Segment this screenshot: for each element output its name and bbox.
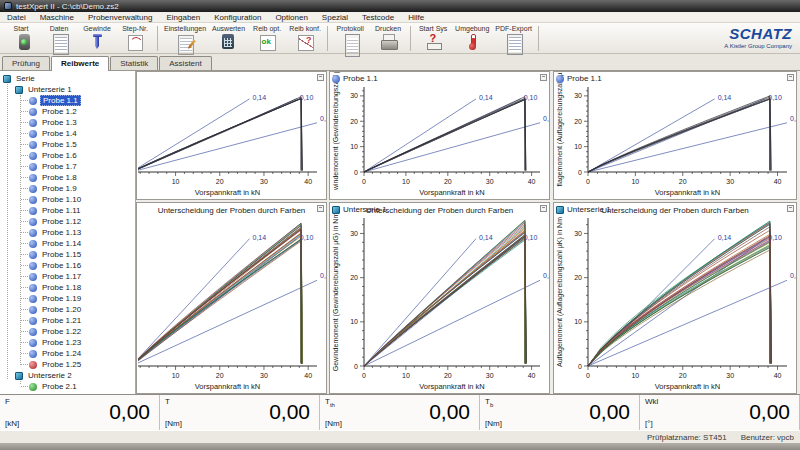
tree-item-probe-1-2[interactable]: Probe 1.2 xyxy=(0,106,135,117)
menu-item-probenverwaltung[interactable]: Probenverwaltung xyxy=(81,13,159,22)
y-tick-label: 30 xyxy=(350,92,358,99)
tree-item-probe-1-6[interactable]: Probe 1.6 xyxy=(0,150,135,161)
chart-header: Probe 1.1 xyxy=(556,74,602,83)
x-tick-label: 10 xyxy=(402,178,410,185)
tree-item-label: Probe 1.3 xyxy=(40,118,79,127)
tree-item-label: Probe 1.14 xyxy=(40,239,83,248)
y-axis-label: windemoment (Gewindereibungszahl µ xyxy=(332,72,340,191)
menu-bar: DateiMaschineProbenverwaltungEingabenKon… xyxy=(0,12,800,23)
toolbar-button-umgebung[interactable]: Umgebung xyxy=(452,24,492,53)
tree-item-serie[interactable]: Serie xyxy=(0,73,135,84)
tree-item-label: Probe 1.11 xyxy=(40,206,83,215)
tree-item-probe-1-9[interactable]: Probe 1.9 xyxy=(0,183,135,194)
toolbar-button-start-sys[interactable]: Start Sys xyxy=(414,24,452,53)
tree-item-probe-1-19[interactable]: Probe 1.19 xyxy=(0,293,135,304)
ref-label: 0,10 xyxy=(300,94,314,101)
menu-item-konfiguration[interactable]: Konfiguration xyxy=(207,13,268,22)
readout-unit: [Nm] xyxy=(325,419,342,428)
pdf-export-icon xyxy=(505,34,522,50)
panel-maximize-button[interactable] xyxy=(540,205,547,212)
tree-item-probe-1-16[interactable]: Probe 1.16 xyxy=(0,260,135,271)
ref-label: 0,14 xyxy=(479,234,493,241)
ref-label: 0,14 xyxy=(718,94,732,101)
toolbar-button-drucken[interactable]: Drucken xyxy=(369,24,407,53)
tree-item-probe-2-1[interactable]: Probe 2.1 xyxy=(0,381,135,392)
toolbar-button-protokoll[interactable]: Protokoll xyxy=(331,24,369,53)
tab-prüfung[interactable]: Prüfung xyxy=(2,56,50,70)
application-window: testXpert II - C:\cb\Demo.zs2 DateiMasch… xyxy=(0,0,800,450)
menu-item-testcode[interactable]: Testcode xyxy=(355,13,401,22)
tree-item-probe-1-11[interactable]: Probe 1.11 xyxy=(0,205,135,216)
tab-assistent[interactable]: Assistent xyxy=(159,56,211,70)
tree-item-probe-1-25[interactable]: Probe 1.25 xyxy=(0,359,135,370)
tree-item-probe-1-22[interactable]: Probe 1.22 xyxy=(0,326,135,337)
probe-blue-icon xyxy=(29,108,37,116)
printer-icon xyxy=(380,34,397,50)
tree-item-probe-1-12[interactable]: Probe 1.12 xyxy=(0,216,135,227)
toolbar-button-start[interactable]: Start xyxy=(2,24,40,53)
ok-icon xyxy=(259,34,276,50)
menu-item-eingaben[interactable]: Eingaben xyxy=(159,13,207,22)
step-curve-icon xyxy=(127,34,144,50)
tree-item-probe-1-17[interactable]: Probe 1.17 xyxy=(0,271,135,282)
tree-item-unterserie-1[interactable]: Unterserie 1 xyxy=(0,84,135,95)
ref-label: 0,14 xyxy=(252,234,266,241)
probe-blue-icon xyxy=(29,240,37,248)
x-tick-label: 30 xyxy=(486,178,494,185)
panel-maximize-button[interactable] xyxy=(787,74,794,81)
tree-item-probe-1-5[interactable]: Probe 1.5 xyxy=(0,139,135,150)
toolbar-button-reib-opt[interactable]: Reib opt. xyxy=(248,24,286,53)
tree-item-probe-1-14[interactable]: Probe 1.14 xyxy=(0,238,135,249)
toolbar-button-step-nr[interactable]: Step-Nr. xyxy=(116,24,154,53)
ref-label: 0,10 xyxy=(524,94,538,101)
tree-item-probe-1-23[interactable]: Probe 1.23 xyxy=(0,337,135,348)
tree-item-probe-1-21[interactable]: Probe 1.21 xyxy=(0,315,135,326)
panel-maximize-button[interactable] xyxy=(540,74,547,81)
menu-item-maschine[interactable]: Maschine xyxy=(33,13,81,22)
menu-item-datei[interactable]: Datei xyxy=(0,13,33,22)
tree-item-label: Probe 1.24 xyxy=(40,349,83,358)
chart-panel-bottom-middle: 0,140,100,060102030400102030Vorspannkraf… xyxy=(329,202,550,394)
tree-item-unterserie-2[interactable]: Unterserie 2 xyxy=(0,370,135,381)
toolbar-button-reib-konf[interactable]: Reib konf. xyxy=(286,24,324,53)
tree-item-probe-1-8[interactable]: Probe 1.8 xyxy=(0,172,135,183)
app-icon xyxy=(4,2,12,10)
tree-item-label: Probe 1.8 xyxy=(40,173,79,182)
readout-label: Tth xyxy=(325,397,335,408)
tree-item-probe-1-18[interactable]: Probe 1.18 xyxy=(0,282,135,293)
tree-item-probe-1-24[interactable]: Probe 1.24 xyxy=(0,348,135,359)
tree-item-probe-1-20[interactable]: Probe 1.20 xyxy=(0,304,135,315)
panel-maximize-button[interactable] xyxy=(787,205,794,212)
tree-item-probe-1-13[interactable]: Probe 1.13 xyxy=(0,227,135,238)
toolbar-button-gewinde[interactable]: Gewinde xyxy=(78,24,116,53)
x-tick-label: 10 xyxy=(402,372,410,379)
menu-item-hilfe[interactable]: Hilfe xyxy=(401,13,431,22)
panel-maximize-button[interactable] xyxy=(317,205,324,212)
tree-item-probe-1-7[interactable]: Probe 1.7 xyxy=(0,161,135,172)
tree-item-probe-1-3[interactable]: Probe 1.3 xyxy=(0,117,135,128)
title-bar[interactable]: testXpert II - C:\cb\Demo.zs2 xyxy=(0,0,800,12)
toolbar-button-auswerten[interactable]: Auswerten xyxy=(209,24,248,53)
tree-item-probe-1-1[interactable]: Probe 1.1 xyxy=(0,95,135,106)
tree-item-probe-1-15[interactable]: Probe 1.15 xyxy=(0,249,135,260)
readout-f: F[kN]0,00 xyxy=(0,395,160,430)
panel-maximize-button[interactable] xyxy=(317,74,324,81)
ref-label: 0,10 xyxy=(768,94,782,101)
toolbar-button-einstellungen[interactable]: Einstellungen xyxy=(161,24,209,53)
tree-item-probe-1-10[interactable]: Probe 1.10 xyxy=(0,194,135,205)
tab-reibwerte[interactable]: Reibwerte xyxy=(51,56,109,71)
x-tick-label: 20 xyxy=(444,372,452,379)
ref-line-0,14 xyxy=(588,99,715,172)
probe-blue-icon xyxy=(29,174,37,182)
menu-item-optionen[interactable]: Optionen xyxy=(268,13,314,22)
toolbar-button-pdf-export[interactable]: PDF-Export xyxy=(492,24,535,53)
tab-statistik[interactable]: Statistik xyxy=(110,56,158,70)
tree-item-probe-1-4[interactable]: Probe 1.4 xyxy=(0,128,135,139)
probe-blue-icon xyxy=(29,339,37,347)
menu-item-spezial[interactable]: Spezial xyxy=(315,13,355,22)
probe-blue-icon xyxy=(29,163,37,171)
x-axis-label: Vorspannkraft in kN xyxy=(195,382,260,391)
x-tick-label: 0 xyxy=(586,178,590,185)
toolbar-button-daten[interactable]: Daten xyxy=(40,24,78,53)
series-icon xyxy=(556,206,564,214)
